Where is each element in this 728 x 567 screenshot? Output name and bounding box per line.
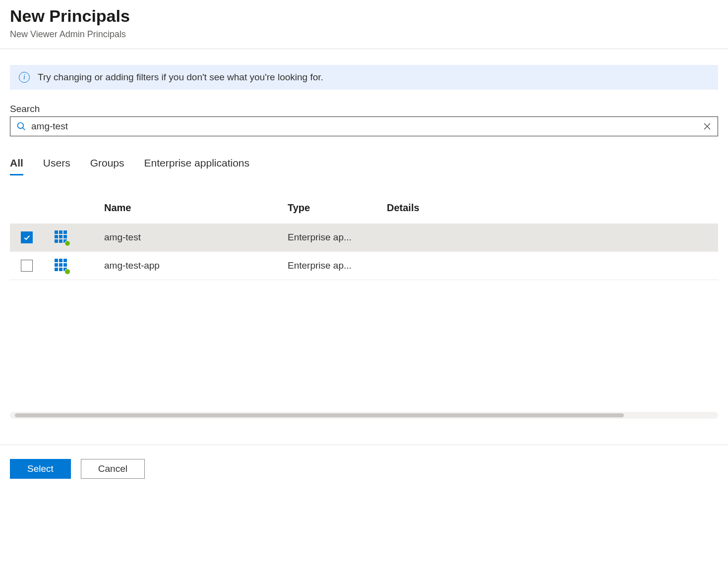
column-header-details[interactable]: Details [387, 202, 718, 214]
page-title: New Principals [10, 6, 718, 26]
search-input[interactable] [31, 121, 698, 132]
row-type: Enterprise ap... [288, 260, 387, 271]
search-label: Search [10, 104, 718, 114]
results-table: Name Type Details [10, 197, 718, 412]
row-name: amg-test-app [104, 260, 288, 271]
select-button[interactable]: Select [10, 459, 71, 479]
cancel-button[interactable]: Cancel [81, 459, 145, 479]
svg-point-0 [18, 122, 24, 128]
info-icon: i [19, 72, 30, 83]
horizontal-scrollbar[interactable] [10, 412, 718, 419]
svg-line-1 [23, 127, 25, 130]
tab-users[interactable]: Users [43, 157, 70, 175]
tab-all[interactable]: All [10, 157, 23, 175]
row-checkbox[interactable] [21, 231, 33, 243]
info-banner-text: Try changing or adding filters if you do… [38, 72, 323, 83]
table-row[interactable]: amg-test Enterprise ap... [10, 224, 718, 252]
scrollbar-thumb[interactable] [15, 413, 624, 417]
tab-enterprise-applications[interactable]: Enterprise applications [144, 157, 249, 175]
table-header: Name Type Details [10, 197, 718, 224]
panel-header: New Principals New Viewer Admin Principa… [0, 0, 728, 49]
filter-tabs: All Users Groups Enterprise applications [10, 157, 718, 175]
column-header-type[interactable]: Type [288, 202, 387, 214]
search-icon [16, 121, 26, 131]
row-checkbox[interactable] [21, 260, 33, 272]
clear-icon[interactable] [703, 122, 712, 131]
column-header-name[interactable]: Name [104, 202, 288, 214]
info-banner: i Try changing or adding filters if you … [10, 65, 718, 90]
page-subtitle: New Viewer Admin Principals [10, 29, 718, 40]
table-row[interactable]: amg-test-app Enterprise ap... [10, 252, 718, 280]
enterprise-app-icon [55, 230, 68, 244]
row-name: amg-test [104, 232, 288, 243]
enterprise-app-icon [55, 259, 68, 273]
tab-groups[interactable]: Groups [90, 157, 124, 175]
row-type: Enterprise ap... [288, 232, 387, 243]
footer-actions: Select Cancel [0, 445, 728, 493]
search-field[interactable] [10, 116, 718, 136]
